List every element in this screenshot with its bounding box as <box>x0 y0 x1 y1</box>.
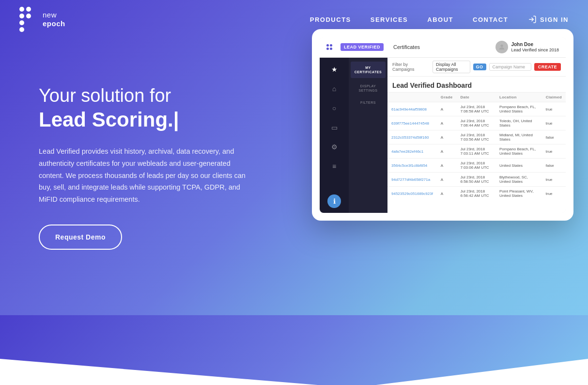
table-row: 2312c053374d58f160 A Jul 23rd, 2018 7:03… <box>387 130 566 144</box>
sidebar-book-icon[interactable]: ▭ <box>327 121 341 134</box>
sign-in-icon <box>527 15 537 24</box>
sidebar-panel: MY CERTIFICATES DISPLAY SETTINGS FILTERS <box>349 58 387 213</box>
row-date: Jul 23rd, 2018 7:03:11 AM UTC <box>456 144 495 159</box>
row-id[interactable]: 2312c053374d58f160 <box>387 130 437 144</box>
logo-dot <box>33 27 38 32</box>
row-date: Jul 23rd, 2018 7:03:56 AM UTC <box>456 130 495 144</box>
row-date: Jul 23rd, 2018 7:06:44 AM UTC <box>456 116 495 130</box>
col-location: Location <box>495 93 542 102</box>
row-id[interactable]: 61ac949e44af59808 <box>387 102 437 116</box>
row-location: Point Pleasant, WV, United States <box>495 187 542 201</box>
device-frame: LEAD VERIFIED Certificates John Doe Lead… <box>312 29 573 221</box>
request-demo-button[interactable]: Request Demo <box>39 225 122 250</box>
nav-contact[interactable]: CONTACT <box>473 16 508 23</box>
row-location: Pompano Beach, FL, United States <box>495 144 542 159</box>
hero-content: Your solution for Lead Scoring.| Lead Ve… <box>0 27 271 289</box>
logo-dot <box>19 27 24 32</box>
nav-about[interactable]: ABOUT <box>427 16 453 23</box>
row-grade: A <box>437 173 457 187</box>
table-row: 61ac949e44af59808 A Jul 23rd, 2018 7:06:… <box>387 102 566 116</box>
row-claimed: true <box>542 144 566 159</box>
sidebar-search-icon[interactable]: ○ <box>327 101 341 115</box>
logo-line2: epoch <box>43 19 65 28</box>
app-logo-dots-mini <box>326 44 336 50</box>
dashboard-mockup: LEAD VERIFIED Certificates John Doe Lead… <box>312 29 573 221</box>
hero-title-text: Lead Scoring.| <box>39 108 179 131</box>
bottom-section <box>0 315 588 385</box>
dashboard-title: Lead Verified Dashboard <box>387 77 566 93</box>
row-location: Pompano Beach, FL, United States <box>495 102 542 116</box>
header: new epoch PRODUCTS SERVICES ABOUT CONTAC… <box>0 0 588 39</box>
sidebar-home-icon[interactable]: ⌂ <box>327 82 341 96</box>
filters-item[interactable]: FILTERS <box>351 96 386 109</box>
my-certificates-item[interactable]: MY CERTIFICATES <box>351 62 386 78</box>
sidebar-star-icon[interactable]: ★ <box>327 63 341 76</box>
row-location: Midland, MI, United States <box>495 130 542 144</box>
row-grade: A <box>437 159 457 173</box>
hero-title: Lead Scoring.| <box>39 109 252 131</box>
svg-point-1 <box>501 45 503 47</box>
logo-dot <box>26 20 31 25</box>
col-claimed: Claimed <box>542 93 566 102</box>
row-claimed: true <box>542 173 566 187</box>
row-id[interactable]: 3564c5ce3f1c8bf854 <box>387 159 437 173</box>
certificates-tab[interactable]: Certificates <box>388 42 425 52</box>
logo-text: new epoch <box>43 11 65 28</box>
nav: PRODUCTS SERVICES ABOUT CONTACT SIGN IN <box>310 15 569 24</box>
logo-line1: new <box>43 11 65 19</box>
logo-dots <box>19 7 38 32</box>
campaign-name-input[interactable]: Campaign Name <box>489 63 531 71</box>
sidebar-gear-icon[interactable]: ⚙ <box>327 140 341 154</box>
data-table: Grade Date Location Claimed 61ac949e44af… <box>387 93 566 200</box>
create-button[interactable]: CREATE <box>534 63 561 71</box>
nav-products[interactable]: PRODUCTS <box>310 16 351 23</box>
row-claimed: true <box>542 102 566 116</box>
toolbar: Filter by Campaigns Display All Campaign… <box>387 58 566 77</box>
go-button[interactable]: GO <box>473 64 486 70</box>
display-settings-item[interactable]: DISPLAY SETTINGS <box>351 80 386 96</box>
app-logo-dot <box>330 48 332 50</box>
logo[interactable]: new epoch <box>19 7 65 32</box>
main-content: Filter by Campaigns Display All Campaign… <box>387 58 566 213</box>
nav-services[interactable]: SERVICES <box>371 16 408 23</box>
app-logo-dot <box>326 48 329 50</box>
row-grade: A <box>437 144 457 159</box>
sidebar-info-icon[interactable]: ℹ <box>327 194 341 208</box>
sidebar-icons: ★ ⌂ ○ ▭ ⚙ ≡ ℹ <box>320 58 349 213</box>
logo-dot <box>33 14 38 18</box>
row-id[interactable]: 94523529c051689c923f <box>387 187 437 201</box>
table-row: 94523529c051689c923f A Jul 23rd, 2018 6:… <box>387 187 566 201</box>
row-id[interactable]: 94d7277df4b658f271a <box>387 173 437 187</box>
col-id <box>387 93 437 102</box>
app-logo-dot <box>333 44 336 47</box>
row-id[interactable]: 4afa7ee282ef46c1 <box>387 144 437 159</box>
row-claimed: false <box>542 159 566 173</box>
table-row: 3564c5ce3f1c8bf854 A Jul 23rd, 2018 7:03… <box>387 159 566 173</box>
sidebar-list-icon[interactable]: ≡ <box>327 160 341 173</box>
hero-section: Your solution for Lead Scoring.| Lead Ve… <box>0 0 588 315</box>
logo-dot <box>19 7 24 12</box>
device-inner: LEAD VERIFIED Certificates John Doe Lead… <box>320 37 566 213</box>
app-topbar: LEAD VERIFIED Certificates John Doe Lead… <box>320 37 566 58</box>
app-logo-dot <box>330 44 332 47</box>
hero-subtitle: Your solution for <box>39 85 252 107</box>
sign-in-button[interactable]: SIGN IN <box>527 15 569 24</box>
wave-shape <box>0 315 588 385</box>
row-id[interactable]: 639f775ee144474548 <box>387 116 437 130</box>
logo-dot <box>33 20 38 25</box>
app-logo-mini <box>326 44 336 50</box>
logo-dot <box>33 7 38 12</box>
sign-in-label: SIGN IN <box>540 16 569 23</box>
logo-dot <box>26 7 31 12</box>
avatar <box>495 41 508 53</box>
lead-verified-badge: LEAD VERIFIED <box>340 43 384 51</box>
app-logo-dot <box>326 44 329 47</box>
row-claimed: true <box>542 116 566 130</box>
col-grade: Grade <box>437 93 457 102</box>
row-date: Jul 23rd, 2018 6:56:42 AM UTC <box>456 187 495 201</box>
logo-dot <box>26 14 31 18</box>
filter-display-input[interactable]: Display All Campaigns <box>433 61 470 73</box>
logo-dot <box>19 14 24 18</box>
table-row: 94d7277df4b658f271a A Jul 23rd, 2018 6:5… <box>387 173 566 187</box>
user-role: Lead Verified since 2018 <box>511 48 559 52</box>
